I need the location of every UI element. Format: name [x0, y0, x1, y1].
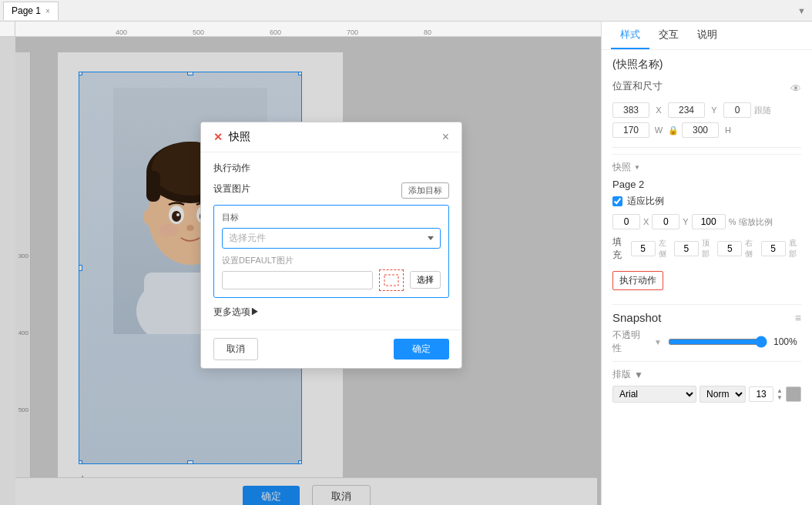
adapt-scale-row: 适应比例 — [612, 195, 801, 208]
svg-rect-20 — [384, 275, 398, 286]
x-input[interactable] — [612, 102, 649, 118]
scale-pct-input[interactable] — [692, 214, 726, 229]
canvas-area: 400 500 600 700 80 300 400 500 — [0, 22, 601, 505]
eye-icon[interactable]: 👁 — [790, 82, 801, 95]
snapshot-edit-icon[interactable]: ≡ — [795, 312, 801, 324]
target-select-row: 选择元件 — [222, 228, 441, 249]
tab-close-button[interactable]: × — [45, 7, 50, 15]
canvas-content[interactable]: 300 400 500 — [15, 37, 601, 505]
divider-1 — [612, 147, 801, 148]
opacity-slider[interactable] — [668, 336, 767, 348]
dialog-title: 快照 — [229, 130, 442, 144]
y-input[interactable] — [668, 102, 705, 118]
add-target-button[interactable]: 添加目标 — [401, 182, 449, 199]
default-img-input[interactable] — [222, 271, 373, 289]
ruler-corner — [0, 22, 15, 37]
divider-2 — [612, 304, 801, 305]
more-options-label: 更多选项▶ — [213, 306, 260, 317]
font-size-input[interactable] — [749, 386, 773, 402]
xy-row: X Y 跟随 — [612, 102, 801, 118]
font-select[interactable]: Arial — [612, 386, 696, 403]
panel-tabs: 样式 交互 说明 — [602, 22, 812, 50]
tab-page1[interactable]: Page 1 × — [3, 2, 59, 20]
follow-label: 跟随 — [754, 105, 771, 116]
typography-row: Arial Normal ▲ ▼ — [612, 386, 801, 403]
padding-row: 填充 左侧 顶部 右侧 底部 — [612, 236, 801, 262]
divider-3 — [612, 361, 801, 362]
h-label: H — [722, 125, 734, 135]
dialog-body: 执行动作 设置图片 添加目标 目标 — [201, 152, 461, 329]
ruler-horizontal: 400 500 600 700 80 — [0, 22, 601, 37]
opacity-arrow: ▼ — [654, 338, 662, 346]
img-placeholder-box — [379, 269, 404, 291]
right-panel: 样式 交互 说明 (快照名称) 位置和尺寸 👁 X Y — [601, 22, 812, 505]
ruler-mark-400: 400 — [116, 28, 127, 36]
wh-row: W 🔒 H — [612, 122, 801, 138]
set-image-row: 设置图片 添加目标 — [213, 182, 449, 199]
h-input[interactable] — [682, 122, 719, 138]
snapshot-arrow: ▼ — [634, 164, 640, 171]
dialog-confirm-button[interactable]: 确定 — [394, 339, 449, 360]
scale-y-label: Y — [683, 217, 688, 226]
dialog-close-button[interactable]: × — [442, 130, 449, 144]
opacity-label: 不透明性 — [612, 329, 648, 355]
ruler-mark-80: 80 — [424, 28, 431, 36]
tab-label: Page 1 — [12, 5, 41, 16]
snapshot-title: Snapshot — [612, 311, 661, 324]
chevron-down-icon — [428, 236, 434, 240]
dialog-footer: 取消 确定 — [201, 329, 461, 368]
font-size-stepper[interactable]: ▲ ▼ — [777, 388, 783, 401]
more-options[interactable]: 更多选项▶ — [213, 306, 449, 319]
lock-icon: 🔒 — [668, 125, 679, 135]
opacity-row: 不透明性 ▼ 100% — [612, 329, 801, 355]
fill-top-input[interactable] — [674, 241, 699, 256]
scale-row: X Y % 缩放比例 — [612, 214, 801, 229]
fill-section: 填充 左侧 顶部 右侧 底部 — [612, 236, 801, 262]
fill-top-label: 顶部 — [702, 238, 714, 259]
scale-x-input[interactable] — [612, 214, 640, 229]
typography-label: 排版 ▼ — [612, 368, 801, 381]
snapshot-page: Page 2 — [612, 179, 801, 190]
fill-label: 填充 — [612, 236, 628, 262]
adapt-scale-checkbox[interactable] — [612, 196, 622, 206]
fill-right-input[interactable] — [717, 241, 742, 256]
target-select[interactable]: 选择元件 — [222, 228, 441, 249]
adapt-scale-label: 适应比例 — [627, 195, 664, 208]
tab-interact[interactable]: 交互 — [649, 22, 688, 49]
tab-style[interactable]: 样式 — [611, 22, 649, 49]
target-section-label: 目标 — [222, 212, 441, 223]
dialog-header: ✕ 快照 × — [201, 122, 461, 152]
execute-action-box[interactable]: 执行动作 — [612, 271, 663, 290]
main-layout: 400 500 600 700 80 300 400 500 — [0, 22, 812, 505]
position-size-section: 位置和尺寸 👁 X Y 跟随 W 🔒 — [612, 79, 801, 138]
dialog-overlay: ✕ 快照 × 执行动作 设置图片 — [15, 37, 601, 505]
font-style-select[interactable]: Normal — [700, 386, 746, 403]
set-image-label: 设置图片 — [213, 182, 401, 196]
fill-left-input[interactable] — [631, 241, 656, 256]
ruler-mark-700: 700 — [347, 28, 358, 36]
target-box: 目标 选择元件 设置DEFAULT图片 — [213, 205, 449, 298]
y-label: Y — [708, 105, 720, 115]
tab-scroll: ▼ — [797, 6, 812, 15]
w-label: W — [653, 125, 665, 135]
img-placeholder-icon — [384, 274, 399, 286]
snapshot-section-label: 快照 ▼ — [612, 161, 801, 174]
target-select-placeholder: 选择元件 — [229, 232, 266, 245]
font-color-swatch[interactable] — [786, 386, 801, 402]
default-image-section: 设置DEFAULT图片 选择 — [222, 255, 441, 291]
y2-input[interactable] — [723, 102, 751, 118]
default-img-row: 选择 — [222, 269, 441, 291]
w-input[interactable] — [612, 122, 649, 138]
fill-bottom-input[interactable] — [761, 241, 786, 256]
dialog-title-icon: ✕ — [213, 131, 223, 143]
img-select-button[interactable]: 选择 — [410, 271, 441, 289]
dialog-cancel-button[interactable]: 取消 — [213, 338, 258, 360]
scale-x-label: X — [643, 217, 649, 226]
execute-action-text: 执行动作 — [619, 275, 656, 286]
panel-body: (快照名称) 位置和尺寸 👁 X Y 跟随 — [602, 50, 812, 505]
tab-bar: Page 1 × ▼ — [0, 0, 812, 22]
snapshot-section: 快照 ▼ Page 2 适应比例 X Y % 缩放比例 — [612, 154, 801, 229]
tab-note[interactable]: 说明 — [688, 22, 726, 49]
scale-y-input[interactable] — [652, 214, 679, 229]
ruler-mark-600: 600 — [270, 28, 281, 36]
